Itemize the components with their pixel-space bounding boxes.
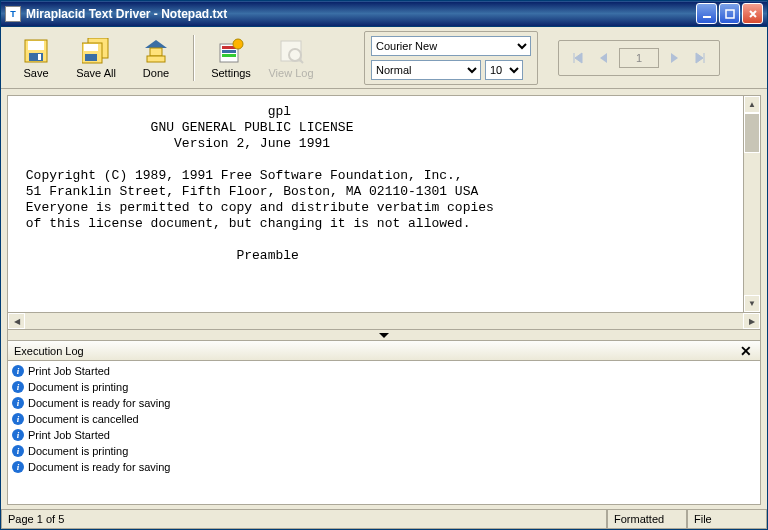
done-icon	[142, 37, 170, 65]
log-close-button[interactable]: ✕	[738, 343, 754, 359]
font-family-select[interactable]: Courier New	[371, 36, 531, 56]
svg-rect-15	[222, 54, 236, 57]
scroll-up-icon[interactable]: ▲	[744, 96, 760, 113]
log-list[interactable]: iPrint Job StartediDocument is printingi…	[8, 361, 760, 504]
log-item[interactable]: iDocument is ready for saving	[12, 459, 756, 475]
maximize-button[interactable]	[719, 3, 740, 24]
document-text[interactable]: gpl GNU GENERAL PUBLIC LICENSE Version 2…	[8, 96, 743, 312]
prev-page-button[interactable]	[593, 47, 613, 69]
svg-rect-1	[726, 10, 734, 18]
svg-rect-3	[28, 41, 44, 50]
svg-rect-10	[150, 48, 162, 56]
view-log-button: View Log	[264, 31, 318, 85]
svg-point-16	[233, 39, 243, 49]
info-icon: i	[12, 461, 24, 473]
vertical-scrollbar[interactable]: ▲ ▼	[743, 96, 760, 312]
log-item-text: Print Job Started	[28, 429, 110, 441]
log-item[interactable]: iPrint Job Started	[12, 363, 756, 379]
svg-rect-5	[38, 54, 41, 60]
next-page-button[interactable]	[665, 47, 685, 69]
log-header: Execution Log ✕	[8, 341, 760, 361]
scroll-track[interactable]	[744, 153, 760, 295]
font-size-select[interactable]: 10	[485, 60, 523, 80]
splitter-handle[interactable]	[7, 330, 761, 341]
log-title: Execution Log	[14, 345, 738, 357]
info-icon: i	[12, 381, 24, 393]
page-nav-group: 1	[558, 40, 720, 76]
svg-rect-11	[147, 56, 165, 62]
first-page-button[interactable]	[567, 47, 587, 69]
window-title: Miraplacid Text Driver - Notepad.txt	[26, 7, 696, 21]
window-buttons	[696, 3, 763, 24]
done-button[interactable]: Done	[129, 31, 183, 85]
log-item-text: Document is ready for saving	[28, 397, 170, 409]
toolbar: Save Save All Done Settings View Log	[1, 27, 767, 89]
chevron-down-icon	[378, 332, 390, 339]
settings-button[interactable]: Settings	[204, 31, 258, 85]
toolbar-separator	[193, 35, 194, 81]
settings-icon	[217, 37, 245, 65]
scroll-thumb[interactable]	[744, 113, 760, 153]
minimize-button[interactable]	[696, 3, 717, 24]
close-button[interactable]	[742, 3, 763, 24]
save-button[interactable]: Save	[9, 31, 63, 85]
svg-rect-0	[703, 16, 711, 18]
scroll-down-icon[interactable]: ▼	[744, 295, 760, 312]
font-group: Courier New Normal 10	[364, 31, 538, 85]
status-formatted: Formatted	[607, 510, 687, 529]
svg-rect-9	[85, 54, 97, 61]
scroll-right-icon[interactable]: ▶	[743, 313, 760, 329]
svg-rect-14	[222, 50, 236, 53]
font-style-select[interactable]: Normal	[371, 60, 481, 80]
save-icon	[22, 37, 50, 65]
save-all-button[interactable]: Save All	[69, 31, 123, 85]
log-item[interactable]: iDocument is printing	[12, 443, 756, 459]
scroll-left-icon[interactable]: ◀	[8, 313, 25, 329]
document-viewer: gpl GNU GENERAL PUBLIC LICENSE Version 2…	[7, 95, 761, 313]
last-page-button[interactable]	[691, 47, 711, 69]
status-bar: Page 1 of 5 Formatted File	[1, 509, 767, 529]
log-item[interactable]: iDocument is ready for saving	[12, 395, 756, 411]
info-icon: i	[12, 397, 24, 409]
status-page: Page 1 of 5	[1, 510, 607, 529]
svg-line-19	[299, 59, 303, 63]
log-item[interactable]: iDocument is printing	[12, 379, 756, 395]
view-log-icon	[277, 37, 305, 65]
page-number-box[interactable]: 1	[619, 48, 659, 68]
log-item-text: Document is printing	[28, 381, 128, 393]
log-item-text: Document is printing	[28, 445, 128, 457]
svg-rect-8	[84, 44, 98, 51]
titlebar: T Miraplacid Text Driver - Notepad.txt	[1, 1, 767, 27]
app-icon: T	[5, 6, 21, 22]
log-item[interactable]: iPrint Job Started	[12, 427, 756, 443]
log-item[interactable]: iDocument is cancelled	[12, 411, 756, 427]
scroll-track-h[interactable]	[25, 313, 743, 329]
info-icon: i	[12, 445, 24, 457]
log-item-text: Document is ready for saving	[28, 461, 170, 473]
info-icon: i	[12, 429, 24, 441]
horizontal-scrollbar[interactable]: ◀ ▶	[7, 313, 761, 330]
app-window: T Miraplacid Text Driver - Notepad.txt S…	[0, 0, 768, 530]
log-item-text: Print Job Started	[28, 365, 110, 377]
info-icon: i	[12, 365, 24, 377]
log-item-text: Document is cancelled	[28, 413, 139, 425]
save-all-icon	[82, 37, 110, 65]
status-file: File	[687, 510, 767, 529]
execution-log-panel: Execution Log ✕ iPrint Job StartediDocum…	[7, 341, 761, 505]
info-icon: i	[12, 413, 24, 425]
